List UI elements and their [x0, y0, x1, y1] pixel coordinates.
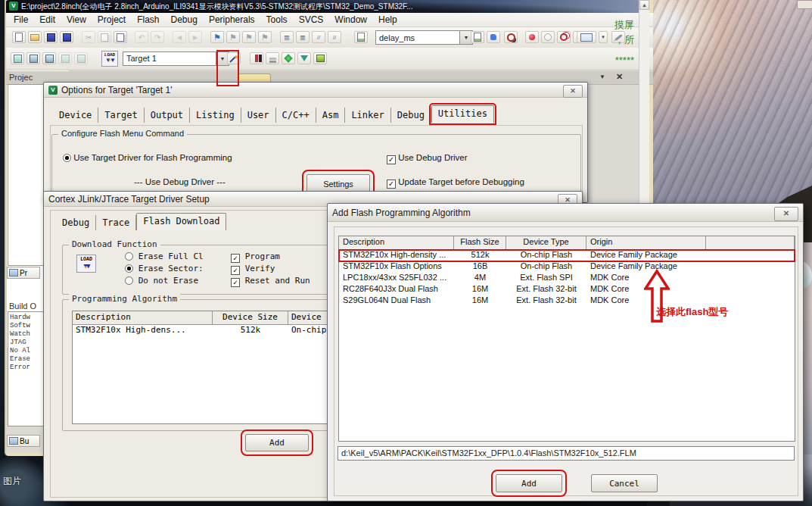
build-output-log[interactable]: Hardw Softw Watch JTAG No Al Erase Error	[8, 311, 45, 426]
global-search-icon[interactable]	[504, 31, 518, 43]
search-input[interactable]	[375, 30, 460, 45]
uncomment-icon[interactable]	[328, 31, 341, 43]
project-panel-tab[interactable]: Pr	[7, 267, 40, 279]
menu-project[interactable]: Project	[98, 14, 126, 25]
manage-run-environment-icon[interactable]	[250, 52, 263, 64]
tab-jlink-debug[interactable]: Debug	[56, 215, 96, 230]
col-device-size[interactable]: Device Size	[213, 311, 288, 324]
project-tree[interactable]	[8, 84, 45, 266]
col-description[interactable]: Description	[73, 311, 213, 324]
flash-algorithm-table[interactable]: Description Flash Size Device Type Origi…	[338, 236, 795, 442]
download-to-flash-icon[interactable]: LOAD ▼▼ ✶	[101, 51, 118, 67]
background-window-control[interactable]	[797, 0, 812, 9]
pack-installer-icon[interactable]	[313, 52, 327, 64]
update-target-checkbox[interactable]: ✓	[387, 180, 396, 189]
prev-bookmark-icon[interactable]	[226, 31, 240, 43]
file-extensions-icon[interactable]	[266, 52, 279, 64]
save-icon[interactable]	[44, 31, 58, 43]
window-list-icon[interactable]	[577, 31, 596, 43]
indent-icon[interactable]	[280, 31, 294, 43]
tab-debug[interactable]: Debug	[391, 108, 431, 123]
translate-icon[interactable]	[11, 52, 24, 64]
col-flash-size[interactable]: Flash Size	[454, 236, 506, 249]
options-dialog-titlebar[interactable]: V Options for Target 'Target 1'	[44, 83, 587, 98]
col-origin[interactable]: Origin	[586, 236, 706, 249]
tab-listing[interactable]: Listing	[190, 108, 241, 123]
toggle-breakpoint-icon[interactable]	[525, 31, 539, 43]
outdent-icon[interactable]	[296, 31, 310, 43]
editor-close-icon[interactable]: ✕	[616, 72, 623, 82]
navigate-back-icon[interactable]	[173, 31, 186, 43]
use-debug-driver-checkbox[interactable]: ✓	[387, 155, 396, 164]
clear-bookmarks-icon[interactable]	[258, 31, 272, 43]
disable-all-breakpoints-icon[interactable]	[557, 31, 571, 43]
add-dialog-titlebar[interactable]: Add Flash Programming Algorithm	[328, 204, 803, 222]
tab-output[interactable]: Output	[145, 108, 190, 123]
erase-sectors-radio[interactable]	[125, 264, 133, 273]
erase-full-chip-radio[interactable]	[125, 252, 133, 261]
menu-svcs[interactable]: SVCS	[299, 14, 324, 25]
tab-target[interactable]: Target	[98, 108, 144, 123]
window-titlebar[interactable]: V E:\project\2.8inch(全动电子 2.8inch_Arduin…	[6, 0, 649, 13]
do-not-erase-radio[interactable]	[125, 276, 133, 285]
tab-device[interactable]: Device	[53, 108, 98, 123]
batch-build-icon[interactable]	[58, 52, 72, 64]
table-row[interactable]: STM32F10x Flash Options 16B On-chip Flas…	[339, 261, 795, 273]
disable-breakpoint-icon[interactable]	[541, 31, 555, 43]
redo-icon[interactable]	[151, 31, 164, 43]
menu-edit[interactable]: Edit	[39, 14, 55, 25]
build-output-tab[interactable]: Bu	[7, 435, 40, 447]
cancel-button[interactable]: Cancel	[591, 474, 658, 492]
menu-flash[interactable]: Flash	[137, 14, 159, 25]
save-all-icon[interactable]	[60, 31, 73, 43]
manage-books-icon[interactable]	[282, 52, 295, 64]
tab-linker[interactable]: Linker	[345, 108, 390, 123]
flash-file-path[interactable]: d:\Keil_v5\ARM\PACK\Keil\STM32F1xx_DFP\1…	[338, 446, 795, 461]
rebuild-icon[interactable]	[42, 52, 56, 64]
add-button[interactable]: Add	[496, 474, 562, 492]
program-checkbox[interactable]: ✓	[231, 254, 240, 263]
col-device-type[interactable]: Device Type	[506, 236, 586, 249]
tab-flash-download[interactable]: Flash Download	[136, 213, 226, 230]
verify-checkbox[interactable]: ✓	[231, 266, 240, 275]
next-bookmark-icon[interactable]	[242, 31, 256, 43]
navigate-forward-icon[interactable]	[188, 31, 202, 43]
table-row[interactable]: RC28F640J3x Dual Flash 16M Ext. Flash 32…	[339, 284, 795, 295]
stop-build-icon[interactable]	[74, 52, 88, 64]
find-in-files-icon[interactable]	[471, 31, 484, 43]
options-close-button[interactable]: ✕	[563, 85, 583, 98]
window-list-dropdown-icon[interactable]: ▼	[599, 31, 608, 43]
copy-icon[interactable]	[98, 31, 111, 43]
menu-window[interactable]: Window	[334, 14, 367, 25]
paste-icon[interactable]	[114, 31, 127, 43]
table-row[interactable]: LPC18xx/43xx S25FL032 ... 4M Ext. Flash …	[339, 273, 795, 284]
menu-help[interactable]: Help	[378, 14, 397, 25]
tab-cc[interactable]: C/C++	[276, 108, 316, 123]
new-file-icon[interactable]	[12, 31, 26, 43]
editor-tabs-dropdown-icon[interactable]: ▼	[599, 73, 605, 80]
build-icon[interactable]	[26, 52, 40, 64]
add-dialog-close-button[interactable]: ✕	[774, 207, 798, 221]
tab-user[interactable]: User	[241, 108, 276, 123]
cut-icon[interactable]	[82, 31, 95, 43]
menu-file[interactable]: File	[14, 14, 28, 25]
tab-asm[interactable]: Asm	[316, 108, 346, 123]
menu-tools[interactable]: Tools	[266, 14, 288, 25]
function-filter-icon[interactable]	[297, 52, 311, 64]
table-row-stm32f10x-high-density[interactable]: STM32F10x High-density ... 512k On-chip …	[339, 250, 795, 261]
comment-icon[interactable]	[312, 31, 325, 43]
jlink-add-button[interactable]: Add	[245, 434, 309, 451]
desktop-icon-label[interactable]: 图片	[3, 475, 21, 488]
menu-peripherals[interactable]: Peripherals	[209, 14, 255, 25]
insert-bookmark-icon[interactable]	[210, 31, 224, 43]
menu-view[interactable]: View	[67, 14, 86, 25]
target-selector-value[interactable]: Target 1	[123, 52, 216, 66]
undo-icon[interactable]	[135, 31, 148, 43]
edit-find-icon[interactable]	[354, 31, 368, 43]
tab-utilities[interactable]: Utilities	[431, 105, 494, 123]
use-target-driver-radio[interactable]	[63, 154, 71, 162]
col-description[interactable]: Description	[339, 236, 454, 249]
reset-and-run-checkbox[interactable]: ✓	[231, 278, 240, 287]
menu-debug[interactable]: Debug	[171, 14, 198, 25]
tab-jlink-trace[interactable]: Trace	[96, 215, 136, 230]
